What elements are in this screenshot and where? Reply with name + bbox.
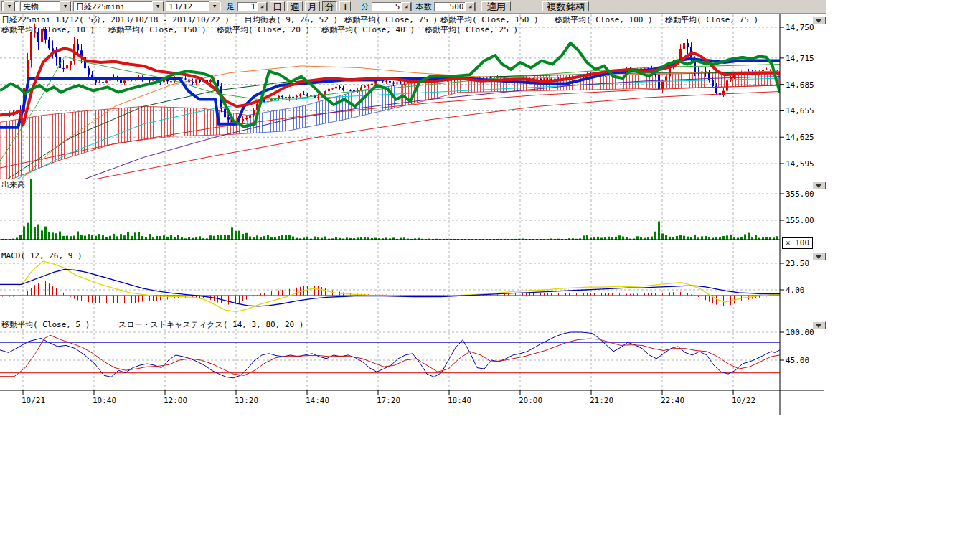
- time-axis-label: 18:40: [448, 396, 471, 405]
- indicator-label: 移動平均( Close, 10 ): [1, 25, 95, 34]
- indicator-label: 出来高: [1, 180, 25, 189]
- indicator-label: 日経225mini 13/12( 5分, 2013/10/18 - 2013/1…: [1, 15, 230, 24]
- indicator-label: MACD( 12, 26, 9 ): [1, 251, 83, 260]
- price-axis-label: 100.00: [786, 328, 814, 337]
- indicator-label: 移動平均( Close, 100 ): [555, 15, 653, 24]
- price-axis-label: 14,685: [786, 80, 814, 90]
- indicator-label: 移動平均( Close, 150 ): [440, 15, 539, 24]
- time-axis-label: 10/22: [732, 396, 755, 405]
- volume-multiplier-badge: × 100: [782, 237, 813, 249]
- indicator-label: 移動平均( Close, 150 ): [108, 25, 207, 34]
- price-axis-label: 355.00: [786, 189, 814, 199]
- price-axis-label: 14,715: [786, 54, 814, 63]
- indicator-label: 移動平均( Close, 5 ): [1, 320, 90, 329]
- time-axis-label: 17:20: [377, 396, 400, 405]
- stoch-scale-arrow-button[interactable]: [812, 321, 826, 329]
- indicator-label: 移動平均( Close, 75 ): [665, 15, 758, 24]
- chart-canvas: 14,75014,71514,68514,65514,62514,595355.…: [0, 0, 980, 538]
- chart-application-window: ▼ 先物 ▼ 日経225mini ▼ 13/12 ▼ 足 1 ◢ 日 週 月 分…: [0, 0, 980, 551]
- macd-panel: [0, 261, 780, 311]
- indicator-label: 一目均衡表( 9, 26, 52 ): [237, 15, 338, 24]
- time-axis-label: 13:20: [235, 396, 258, 405]
- stoch-d-line: [0, 335, 780, 376]
- time-axis-label: 10/21: [22, 396, 45, 405]
- price-axis-label: 14,750: [786, 23, 814, 32]
- price-axis-label: 14,625: [786, 133, 814, 142]
- volume-scale-arrow-button[interactable]: [812, 182, 826, 189]
- stochastics-panel: [0, 332, 780, 378]
- price-axis-label: 14,655: [786, 106, 814, 116]
- macd-scale-arrow-button[interactable]: [812, 253, 826, 260]
- indicator-label: 移動平均( Close, 20 ): [217, 25, 310, 34]
- time-axis-label: 14:40: [306, 396, 329, 405]
- price-axis-label: 155.00: [786, 216, 814, 225]
- price-axis-label: 4.00: [786, 286, 805, 295]
- volume-bars: [0, 179, 780, 240]
- stoch-k-line: [0, 332, 780, 378]
- time-axis-label: 20:00: [519, 396, 542, 405]
- time-axis-label: 12:00: [164, 396, 187, 405]
- indicator-label: 移動平均( Close, 25 ): [425, 25, 518, 34]
- indicator-label: 移動平均( Close, 75 ): [344, 15, 438, 24]
- indicator-label: スロー・ストキャスティクス( 14, 3, 80, 20 ): [118, 320, 303, 329]
- time-axis-label: 10:40: [93, 396, 116, 405]
- price-axis-label: 45.00: [786, 356, 809, 365]
- main-scale-arrow-button[interactable]: [812, 17, 826, 24]
- price-axis-label: 23.50: [786, 259, 809, 268]
- time-axis-label: 21:20: [590, 396, 613, 405]
- price-axis-label: 14,595: [786, 159, 814, 169]
- time-axis-label: 22:40: [661, 396, 684, 405]
- indicator-label: 移動平均( Close, 40 ): [321, 25, 415, 34]
